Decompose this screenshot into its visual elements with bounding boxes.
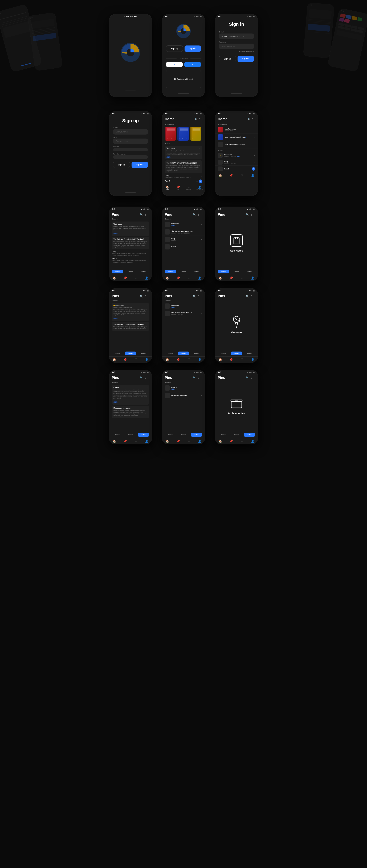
more-icon[interactable]: ··· [196, 180, 198, 182]
more-icon[interactable]: ··· [254, 136, 255, 138]
email-input[interactable]: Enter your email [113, 129, 148, 134]
nav-home[interactable]: 🏠 [109, 358, 120, 361]
nav-favorites[interactable]: ♡ [184, 358, 194, 361]
apple-auth-button[interactable]: ⌘ Continue with apple [166, 70, 201, 88]
nav-home[interactable]: 🏠 [109, 276, 120, 280]
menu-icon[interactable]: ⋮⋮ [250, 295, 255, 298]
search-icon[interactable]: 🔍 [193, 376, 196, 379]
note-web-ideas[interactable]: Web Ideas ··· Lauren Tissaret, Elazor Sc… [165, 146, 202, 159]
more-icon[interactable]: ··· [254, 154, 255, 156]
more-icon[interactable]: ··· [201, 246, 202, 248]
search-icon[interactable]: 🔍 [247, 118, 250, 121]
nav-favorites[interactable]: ♡ [131, 439, 141, 443]
add-note-fab[interactable]: + [252, 167, 255, 170]
note-web-ideas[interactable]: Web Ideas ··· Lauren Tissaret, Elazor Sc… [112, 221, 149, 236]
menu-icon[interactable]: ⋮⋮ [144, 213, 149, 216]
nav-favorites[interactable]: ♡ [236, 276, 247, 280]
note-chap0[interactable]: Chap 0 ··· Lorem ipsum dolor sit amet, c… [112, 385, 149, 405]
more-icon[interactable]: ··· [199, 147, 200, 150]
tab-pinned[interactable]: Pinned [178, 270, 190, 273]
nav-pins[interactable]: 📌 [226, 276, 236, 280]
note-para2[interactable]: Para 2 She considered her going all with… [109, 257, 152, 264]
tab-pinned[interactable]: Pinned [231, 433, 243, 437]
tab-archive[interactable]: Archive [191, 433, 202, 437]
note-item-web-ideas[interactable]: Web Ideas like ··· [162, 221, 205, 228]
nav-pins[interactable]: 📌 [226, 358, 236, 361]
note-creativity[interactable]: The Role Of Creativity In UX Design? ···… [165, 160, 202, 173]
nav-account[interactable]: 👤 [247, 276, 258, 280]
tab-pinned[interactable]: Pinned [231, 270, 243, 273]
note-item-web-ideas[interactable]: Web Ideas like ··· [162, 302, 205, 310]
note-item-para2[interactable]: Para 2 ··· [162, 243, 205, 250]
nav-account[interactable]: 👤 [194, 276, 205, 280]
menu-icon[interactable]: ⋮⋮ [252, 118, 255, 121]
nav-favorites[interactable]: ♡ [236, 439, 247, 443]
notebook-web[interactable]: Web... [190, 127, 201, 141]
notebook-item-user[interactable]: User Research Mobile App ● ··· [215, 133, 258, 141]
nav-home[interactable]: 🏠 [162, 439, 173, 443]
tab-archive[interactable]: Archive [138, 351, 149, 355]
more-icon[interactable]: ··· [201, 395, 202, 397]
note-creativity[interactable]: The Role Of Creativity In UX Design? ···… [112, 322, 149, 331]
more-icon[interactable]: ··· [254, 144, 255, 146]
nav-home[interactable]: 🏠 [215, 276, 226, 280]
facebook-auth-button[interactable]: f [185, 62, 201, 67]
tab-pinned[interactable]: Pinned [231, 351, 243, 355]
nav-pins[interactable]: 📌 [226, 439, 236, 443]
search-icon[interactable]: 🔍 [193, 213, 196, 216]
search-icon[interactable]: 🔍 [193, 295, 196, 298]
menu-icon[interactable]: ⋮⋮ [250, 376, 255, 379]
tab-recent[interactable]: Recent [218, 351, 229, 355]
tab-archive[interactable]: Archive [244, 351, 255, 355]
menu-icon[interactable]: ⋮⋮ [199, 118, 202, 121]
google-auth-button[interactable]: G [166, 62, 182, 67]
menu-icon[interactable]: ⋮⋮ [197, 295, 202, 298]
nav-pins[interactable]: 📌 [120, 358, 131, 361]
note-item-creativity[interactable]: The Role Of Creativity In UX... 6 months… [162, 228, 205, 236]
notebook-user-research[interactable]: User Research [177, 127, 189, 141]
more-icon[interactable]: ··· [201, 387, 202, 389]
nav-account[interactable]: 👤 [247, 439, 258, 443]
note-item-chap1[interactable]: Chap 1 8 months 4 days ago ··· [215, 159, 258, 166]
nav-favorites[interactable]: ♡ [236, 358, 247, 361]
tab-archive[interactable]: Archive [244, 433, 255, 437]
tab-pinned[interactable]: Pinned [178, 433, 190, 437]
more-icon[interactable]: ··· [146, 223, 147, 225]
more-icon[interactable]: ··· [148, 251, 149, 256]
note-item-para2[interactable]: Para 2 ··· + [215, 166, 258, 172]
tab-archive[interactable]: Archive [191, 270, 202, 273]
note-item-chap1[interactable]: Chap 1 6 months ··· [162, 236, 205, 243]
menu-icon[interactable]: ⋮⋮ [144, 295, 149, 298]
tab-archive[interactable]: Archive [138, 433, 149, 437]
nav-home[interactable]: 🏠 [215, 358, 226, 361]
nav-pins[interactable]: 📌 Pins [173, 185, 184, 190]
nav-favorites[interactable]: ♡ [184, 439, 194, 443]
note-para2[interactable]: Para 2 ··· + [162, 179, 205, 184]
tab-pinned[interactable]: Pinned [178, 351, 190, 355]
nav-pins[interactable]: 📌 [173, 276, 184, 280]
more-icon[interactable]: ··· [199, 162, 200, 164]
tab-recent[interactable]: Recent [112, 433, 123, 437]
tab-recent[interactable]: Recent [218, 433, 229, 437]
notebook-item-youtube[interactable]: YouTube Ideas ● 6 notes inside ··· [215, 126, 258, 133]
menu-icon[interactable]: ⋮⋮ [197, 213, 202, 216]
menu-icon[interactable]: ⋮⋮ [250, 213, 255, 216]
signin-button[interactable]: Sign in [185, 45, 201, 52]
menu-icon[interactable]: ⋮⋮ [144, 376, 149, 379]
nav-account[interactable]: 👤 [247, 174, 258, 177]
search-icon[interactable]: 🔍 [194, 118, 197, 121]
more-icon[interactable]: ··· [201, 238, 202, 241]
more-icon[interactable]: ··· [146, 305, 147, 307]
menu-icon[interactable]: ⋮⋮ [197, 376, 202, 379]
nav-home[interactable]: 🏠 Home [162, 185, 173, 190]
search-icon[interactable]: 🔍 [246, 213, 249, 216]
add-note-fab[interactable]: + [199, 180, 202, 183]
tab-pinned[interactable]: Pinned [125, 270, 136, 273]
nav-favorites[interactable]: ♡ [184, 276, 194, 280]
note-item-creativity[interactable]: The Role Of Creativity In UX... 6 months… [162, 310, 205, 317]
more-icon[interactable]: ··· [146, 386, 147, 389]
nav-account[interactable]: 👤 [141, 358, 152, 361]
nav-favorites[interactable]: ♡ Favorites [184, 185, 194, 190]
more-icon[interactable]: ··· [254, 129, 255, 131]
tab-recent[interactable]: Recent [165, 351, 176, 355]
